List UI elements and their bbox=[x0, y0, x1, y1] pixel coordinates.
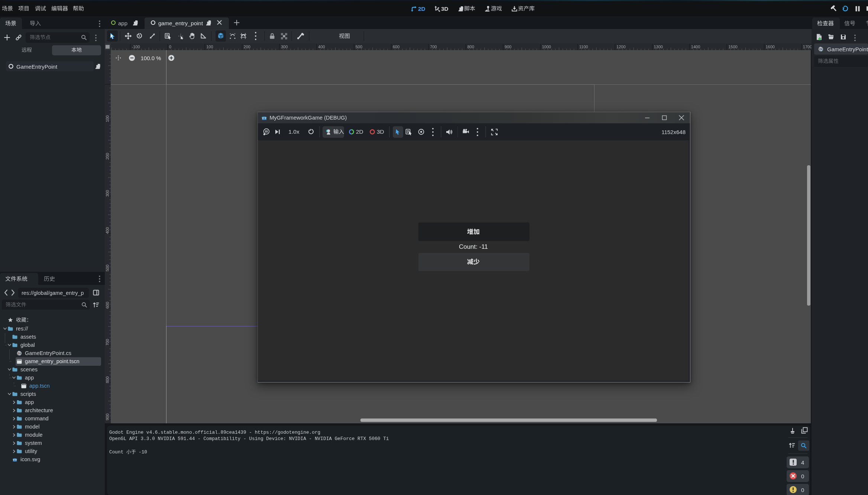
svg-text:C#: C# bbox=[819, 48, 823, 51]
